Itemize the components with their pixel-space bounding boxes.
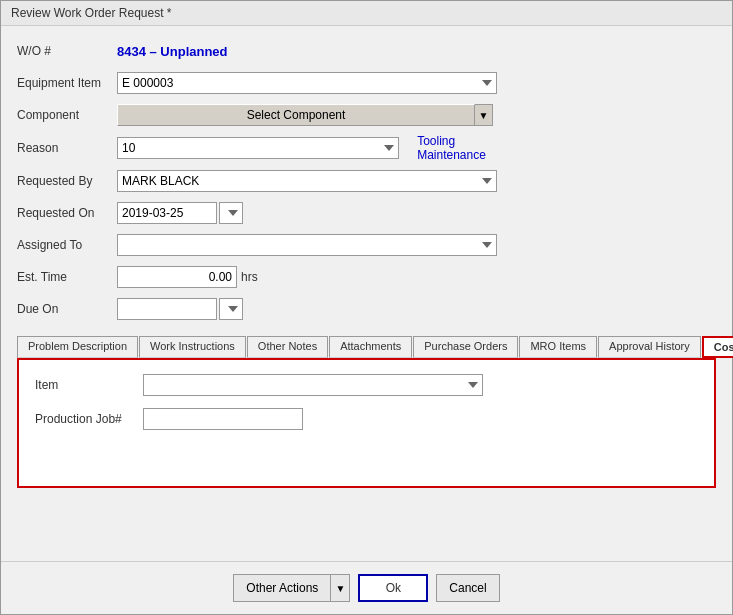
assigned-to-control (117, 234, 497, 256)
tab-mro-items[interactable]: MRO Items (519, 336, 597, 358)
requested-on-row: Requested On 2019-03-25 (17, 200, 716, 226)
requested-by-select[interactable]: MARK BLACK (117, 170, 497, 192)
reason-row: Reason 10 Tooling Maintenance (17, 134, 716, 162)
costing-prod-job-input[interactable] (143, 408, 303, 430)
wo-row: W/O # 8434 – Unplanned (17, 38, 716, 64)
hrs-unit: hrs (241, 270, 258, 284)
costing-item-label: Item (35, 378, 135, 392)
tab-costing[interactable]: Costing (702, 336, 733, 358)
equipment-control: E 000003 (117, 72, 497, 94)
reason-control: 10 Tooling Maintenance (117, 134, 497, 162)
tab-work-instructions[interactable]: Work Instructions (139, 336, 246, 358)
other-actions-button[interactable]: Other Actions (233, 574, 330, 602)
tab-other-notes[interactable]: Other Notes (247, 336, 328, 358)
tabs-container: Problem Description Work Instructions Ot… (17, 336, 716, 488)
due-on-control (117, 298, 243, 320)
form-content: W/O # 8434 – Unplanned Equipment Item E … (1, 26, 732, 561)
est-time-label: Est. Time (17, 270, 117, 284)
component-row: Component Select Component ▼ (17, 102, 716, 128)
due-on-row: Due On (17, 296, 716, 322)
costing-prod-job-label: Production Job# (35, 412, 135, 426)
component-wrapper: Select Component ▼ (117, 104, 493, 126)
due-on-calendar[interactable] (219, 298, 243, 320)
assigned-to-select[interactable] (117, 234, 497, 256)
requested-by-control: MARK BLACK (117, 170, 497, 192)
requested-on-calendar[interactable] (219, 202, 243, 224)
window-title: Review Work Order Request * (11, 6, 172, 20)
tab-attachments[interactable]: Attachments (329, 336, 412, 358)
other-actions-dropdown-arrow[interactable]: ▼ (330, 574, 350, 602)
due-on-input[interactable] (117, 298, 217, 320)
requested-on-label: Requested On (17, 206, 117, 220)
select-component-button[interactable]: Select Component (117, 104, 475, 126)
footer: Other Actions ▼ Ok Cancel (1, 561, 732, 614)
est-time-input[interactable] (117, 266, 237, 288)
assigned-to-row: Assigned To (17, 232, 716, 258)
main-window: Review Work Order Request * W/O # 8434 –… (0, 0, 733, 615)
requested-on-control: 2019-03-25 (117, 202, 243, 224)
component-label: Component (17, 108, 117, 122)
reason-hint: Tooling Maintenance (417, 134, 497, 162)
tab-purchase-orders[interactable]: Purchase Orders (413, 336, 518, 358)
ok-button[interactable]: Ok (358, 574, 428, 602)
component-dropdown-arrow[interactable]: ▼ (475, 104, 493, 126)
requested-by-label: Requested By (17, 174, 117, 188)
wo-value-container: 8434 – Unplanned (117, 44, 497, 59)
reason-select[interactable]: 10 (117, 137, 399, 159)
costing-item-select[interactable] (143, 374, 483, 396)
equipment-row: Equipment Item E 000003 (17, 70, 716, 96)
tabs-header: Problem Description Work Instructions Ot… (17, 336, 716, 358)
other-actions-split-button: Other Actions ▼ (233, 574, 350, 602)
requested-by-row: Requested By MARK BLACK (17, 168, 716, 194)
est-time-row: Est. Time hrs (17, 264, 716, 290)
costing-prod-job-row: Production Job# (35, 408, 698, 430)
equipment-label: Equipment Item (17, 76, 117, 90)
tab-costing-content: Item Production Job# (17, 358, 716, 488)
equipment-select[interactable]: E 000003 (117, 72, 497, 94)
tab-approval-history[interactable]: Approval History (598, 336, 701, 358)
wo-value[interactable]: 8434 – Unplanned (117, 44, 228, 59)
title-bar: Review Work Order Request * (1, 1, 732, 26)
est-time-control: hrs (117, 266, 497, 288)
wo-label: W/O # (17, 44, 117, 58)
due-on-label: Due On (17, 302, 117, 316)
assigned-to-label: Assigned To (17, 238, 117, 252)
requested-on-input[interactable]: 2019-03-25 (117, 202, 217, 224)
tab-problem-description[interactable]: Problem Description (17, 336, 138, 358)
reason-label: Reason (17, 141, 117, 155)
costing-item-row: Item (35, 374, 698, 396)
cancel-button[interactable]: Cancel (436, 574, 499, 602)
